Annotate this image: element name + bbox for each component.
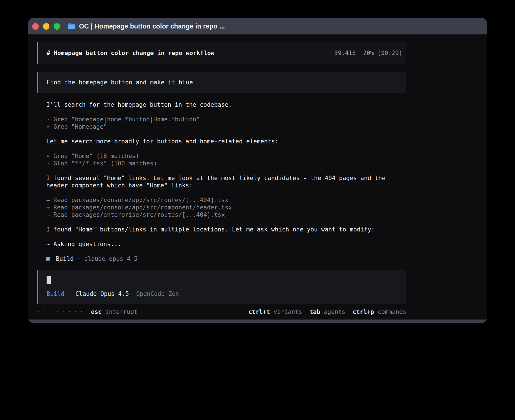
agent-separator: · [77,255,81,262]
session-header: # Homepage button color change in repo w… [37,42,406,64]
text-cursor [47,276,51,284]
folder-icon [67,23,76,30]
activity-dots: ········ [37,308,86,316]
shortcut-key: ctrl+t [248,309,270,315]
agent-name: Build [56,255,74,262]
user-message-text: Find the homepage button and make it blu… [47,79,193,86]
status-bar: ········ esc interrupt ctrl+tvariants ta… [37,308,406,316]
tool-call-read: → Read packages/console/app/src/routes/[… [46,196,406,204]
session-stats: 39,413 20% ($0.29) [334,49,402,57]
traffic-lights [32,23,60,30]
assistant-paragraph: I found several "Home" links. Let me loo… [46,174,406,189]
shortcut-agents: tabagents [309,308,345,316]
tool-call-group: ∗ Grep "homepage|home.*button|Home.*butt… [46,116,406,130]
context-usage: 20% ($0.29) [363,49,402,57]
tool-call-group: ∗ Grep "Home" (18 matches) ∗ Glob "**/*.… [46,152,406,167]
shortcut-key: tab [309,309,320,315]
shortcut-commands: ctrl+pcommands [353,308,406,316]
tool-call-read: → Read packages/console/app/src/componen… [46,204,406,211]
tool-call-grep: ∗ Grep "Home" (18 matches) [46,152,406,160]
terminal-window: OC | Homepage button color change in rep… [28,18,487,323]
provider-label: OpenCode Zen [136,290,179,297]
status-asking-questions: ~ Asking questions... [46,240,406,248]
session-title: # Homepage button color change in repo w… [47,49,214,57]
prompt-input[interactable]: Build Claude Opus 4.5 OpenCode Zen [37,270,406,304]
user-message: Find the homepage button and make it blu… [37,72,406,93]
window-title: OC | Homepage button color change in rep… [79,23,225,30]
assistant-response: I'll search for the homepage button in t… [37,101,406,262]
shortcut-variants: ctrl+tvariants [248,308,302,316]
tool-call-grep: ∗ Grep "homepage|home.*button|Home.*butt… [46,116,406,123]
esc-key-hint: esc [91,308,102,316]
minimize-button[interactable] [43,23,49,30]
terminal-content: # Homepage button color change in repo w… [28,34,487,316]
agent-mode-label: Build [47,290,64,297]
shortcut-label: agents [324,309,345,315]
close-button[interactable] [32,23,39,30]
agent-square-icon: ▣ [46,255,50,262]
tool-call-read: → Read packages/enterprise/src/routes/[.… [46,211,406,218]
window-bottom-edge [28,320,487,323]
agent-model: claude-opus-4-5 [84,255,138,262]
input-meta-row: Build Claude Opus 4.5 OpenCode Zen [47,290,402,298]
window-titlebar[interactable]: OC | Homepage button color change in rep… [28,18,487,34]
esc-action-label: interrupt [105,308,138,316]
shortcut-key: ctrl+p [353,309,374,315]
model-name-label: Claude Opus 4.5 [75,290,129,297]
zoom-button[interactable] [54,23,60,30]
shortcut-label: variants [274,309,302,315]
agent-status-line: ▣ Build · claude-opus-4-5 [46,255,406,262]
tool-call-glob: ∗ Glob "**/*.tsx" (100 matches) [46,160,406,167]
tool-call-group: → Read packages/console/app/src/routes/[… [46,196,406,218]
assistant-paragraph: I'll search for the homepage button in t… [46,101,406,108]
tool-call-grep: ∗ Grep "Homepage" [46,123,406,130]
assistant-paragraph: I found "Home" buttons/links in multiple… [46,226,406,233]
token-count: 39,413 [334,49,356,57]
assistant-paragraph: Let me search more broadly for buttons a… [46,138,406,145]
shortcut-label: commands [378,309,406,315]
